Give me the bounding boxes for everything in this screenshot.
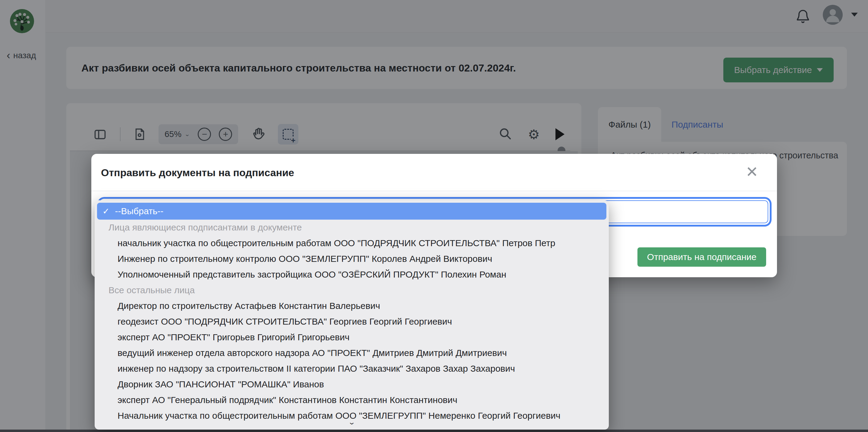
dropdown-group-label: Лица являющиеся подписантами в документе — [97, 220, 607, 235]
dropdown-option[interactable]: эксперт АО "ПРОЕКТ" Григорьев Григорий Г… — [97, 329, 607, 345]
signer-dropdown-popup: ✓ --Выбрать-- Лица являющиеся подписанта… — [95, 200, 609, 430]
close-icon[interactable]: ✕ — [746, 163, 758, 181]
dropdown-option[interactable]: начальник участка по общестроительным ра… — [97, 235, 607, 251]
dropdown-option[interactable]: эксперт АО "Генеральный подрядчик" Конст… — [97, 392, 607, 408]
dropdown-selected-option[interactable]: ✓ --Выбрать-- — [97, 203, 607, 220]
dropdown-option[interactable]: Уполномоченный представитель застройщика… — [97, 267, 607, 282]
checkmark-icon: ✓ — [102, 206, 110, 216]
modal-header: Отправить документы на подписание ✕ — [91, 154, 777, 191]
dropdown-list: Лица являющиеся подписантами в документе… — [97, 220, 607, 424]
dropdown-selected-label: --Выбрать-- — [115, 206, 163, 216]
dropdown-option[interactable]: ведущий инженер отдела авторского надзор… — [97, 345, 607, 361]
dropdown-option[interactable]: Инженер по строительному контролю ООО "З… — [97, 251, 607, 267]
dropdown-group-label: Все остальные лица — [97, 282, 607, 298]
send-for-signing-button[interactable]: Отправить на подписание — [638, 248, 766, 267]
dropdown-option[interactable]: Начальник участка по общестроительным ра… — [97, 408, 607, 424]
dropdown-option[interactable]: Дворник ЗАО "ПАНСИОНАТ "РОМАШКА" Иванов — [97, 376, 607, 392]
modal-title: Отправить документы на подписание — [101, 154, 294, 191]
dropdown-option[interactable]: геодезист ООО "ПОДРЯДЧИК СТРОИТЕЛЬСТВА" … — [97, 314, 607, 329]
dropdown-option[interactable]: инженер по надзору за строительством II … — [97, 361, 607, 376]
dropdown-option[interactable]: Директор по строительству Астафьев Конст… — [97, 298, 607, 314]
